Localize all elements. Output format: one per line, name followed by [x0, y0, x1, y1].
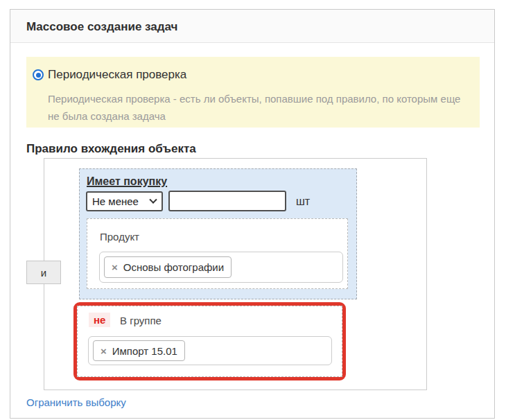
purchase-condition-box: Имеет покупку Не менее шт Продукт × Осно…	[79, 168, 357, 299]
unit-label: шт	[296, 195, 310, 208]
and-connector[interactable]: и	[26, 261, 61, 284]
panel-title: Массовое создание задач	[26, 20, 178, 34]
group-tag: × Импорт 15.01	[93, 340, 185, 361]
periodic-check-radio[interactable]	[33, 69, 44, 80]
group-condition-highlight: не В группе × Импорт 15.01	[73, 302, 346, 380]
group-tag-label: Импорт 15.01	[112, 345, 177, 357]
rule-section-title: Правило вхождения объекта	[26, 142, 196, 156]
remove-tag-icon[interactable]: ×	[112, 262, 118, 272]
rule-builder-box: и Имеет покупку Не менее шт Продукт × Ос…	[44, 158, 427, 390]
product-tag-label: Основы фотографии	[123, 261, 224, 273]
product-field-label: Продукт	[100, 231, 139, 243]
operator-select-value: Не менее	[92, 195, 139, 207]
group-field-label: В группе	[120, 315, 162, 326]
operator-select[interactable]: Не менее	[86, 191, 163, 211]
product-tag: × Основы фотографии	[104, 256, 232, 278]
panel-header: Массовое создание задач	[10, 10, 494, 43]
amount-input[interactable]	[168, 191, 286, 211]
remove-tag-icon[interactable]: ×	[101, 346, 107, 356]
purchase-condition-title: Имеет покупку	[87, 175, 167, 188]
periodic-check-description: Периодическая проверка - есть ли объекты…	[48, 90, 460, 125]
group-tag-input[interactable]: × Импорт 15.01	[88, 336, 332, 365]
product-tag-input[interactable]: × Основы фотографии	[99, 252, 343, 283]
periodic-check-notice: Периодическая проверка Периодическая про…	[26, 57, 480, 128]
product-subcondition-box: Продукт × Основы фотографии	[87, 218, 348, 289]
description-line-2: не была создана задача	[48, 107, 460, 125]
not-toggle[interactable]: не	[89, 313, 110, 327]
limit-selection-link[interactable]: Ограничить выборку	[26, 396, 126, 408]
mass-task-creation-panel: Массовое создание задач Периодическая пр…	[10, 9, 495, 419]
chevron-down-icon	[149, 195, 157, 203]
description-line-1: Периодическая проверка - есть ли объекты…	[48, 90, 460, 107]
periodic-check-label[interactable]: Периодическая проверка	[48, 68, 186, 82]
group-condition-box: не В группе × Импорт 15.01	[77, 306, 342, 377]
radio-dot-icon	[36, 73, 41, 78]
